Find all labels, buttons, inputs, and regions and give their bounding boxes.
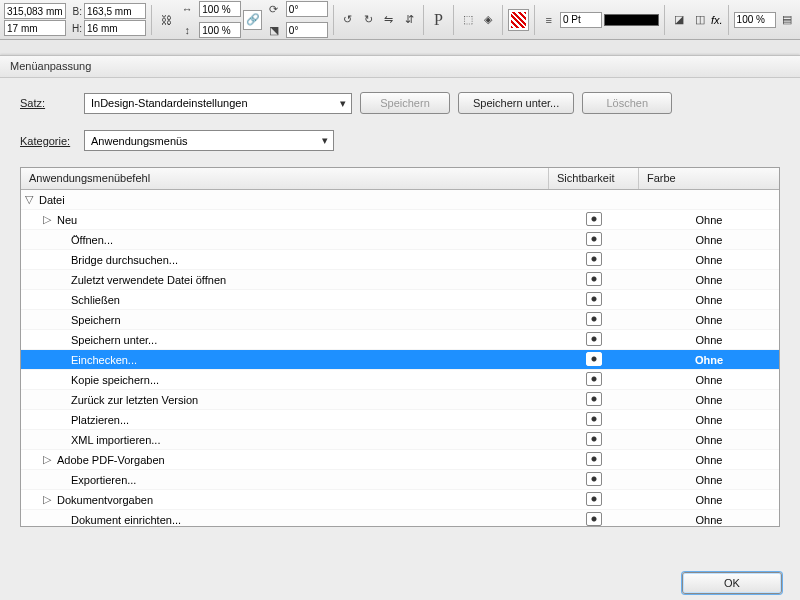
table-row[interactable]: SpeichernOhne: [21, 310, 779, 330]
set-combo-input[interactable]: [85, 94, 335, 113]
visibility-eye-icon[interactable]: [586, 512, 602, 526]
row-color[interactable]: Ohne: [696, 234, 723, 246]
table-row[interactable]: Öffnen...Ohne: [21, 230, 779, 250]
table-row[interactable]: SchließenOhne: [21, 290, 779, 310]
row-color[interactable]: Ohne: [696, 314, 723, 326]
table-row[interactable]: Bridge durchsuchen...Ohne: [21, 250, 779, 270]
visibility-eye-icon[interactable]: [586, 252, 602, 266]
visibility-eye-icon[interactable]: [586, 392, 602, 406]
visibility-eye-icon[interactable]: [586, 352, 602, 366]
row-label: Kopie speichern...: [71, 374, 159, 386]
table-row[interactable]: Exportieren...Ohne: [21, 470, 779, 490]
visibility-eye-icon[interactable]: [586, 232, 602, 246]
row-label: Platzieren...: [71, 414, 129, 426]
separator: [664, 5, 665, 35]
table-row[interactable]: Einchecken...Ohne: [21, 350, 779, 370]
disclosure-icon[interactable]: ▷: [43, 493, 53, 506]
table-row[interactable]: Speichern unter...Ohne: [21, 330, 779, 350]
row-color[interactable]: Ohne: [696, 414, 723, 426]
row-label: XML importieren...: [71, 434, 160, 446]
visibility-eye-icon[interactable]: [586, 372, 602, 386]
visibility-eye-icon[interactable]: [586, 412, 602, 426]
row-color[interactable]: Ohne: [696, 434, 723, 446]
constrain-icon[interactable]: ⛓: [157, 10, 175, 30]
fill-swatch[interactable]: [508, 9, 528, 31]
row-color[interactable]: Ohne: [696, 474, 723, 486]
flip-v-icon[interactable]: ⇵: [400, 10, 418, 30]
drop-shadow-icon[interactable]: ◫: [691, 10, 709, 30]
row-label: Zuletzt verwendete Datei öffnen: [71, 274, 226, 286]
stroke-weight-field[interactable]: [560, 12, 602, 28]
height-field[interactable]: [84, 20, 146, 36]
scale-x-field[interactable]: [199, 1, 241, 17]
category-combo[interactable]: ▾: [84, 130, 334, 151]
chevron-down-icon[interactable]: ▾: [335, 97, 351, 110]
disclosure-icon[interactable]: ▷: [43, 213, 53, 226]
effects-icon[interactable]: ◪: [670, 10, 688, 30]
visibility-eye-icon[interactable]: [586, 492, 602, 506]
stroke-style[interactable]: [604, 14, 659, 26]
table-row[interactable]: Dokument einrichten...Ohne: [21, 510, 779, 527]
width-field[interactable]: [84, 3, 146, 19]
fx-label[interactable]: fx.: [711, 14, 723, 26]
category-combo-input[interactable]: [85, 131, 317, 150]
dialog-footer: OK: [682, 572, 782, 594]
menu-icon[interactable]: ▤: [778, 10, 796, 30]
visibility-eye-icon[interactable]: [586, 472, 602, 486]
disclosure-icon[interactable]: ▷: [43, 453, 53, 466]
row-color[interactable]: Ohne: [696, 374, 723, 386]
table-row[interactable]: Zuletzt verwendete Datei öffnenOhne: [21, 270, 779, 290]
visibility-eye-icon[interactable]: [586, 292, 602, 306]
visibility-eye-icon[interactable]: [586, 332, 602, 346]
row-color[interactable]: Ohne: [696, 514, 723, 526]
table-row[interactable]: ▷Adobe PDF-VorgabenOhne: [21, 450, 779, 470]
row-label: Datei: [39, 194, 65, 206]
visibility-eye-icon[interactable]: [586, 452, 602, 466]
select-container-icon[interactable]: ⬚: [459, 10, 477, 30]
row-color[interactable]: Ohne: [696, 274, 723, 286]
visibility-eye-icon[interactable]: [586, 432, 602, 446]
visibility-eye-icon[interactable]: [586, 272, 602, 286]
rotate-field[interactable]: [286, 1, 328, 17]
table-row[interactable]: Zurück zur letzten VersionOhne: [21, 390, 779, 410]
row-color[interactable]: Ohne: [696, 454, 723, 466]
chevron-down-icon[interactable]: ▾: [317, 134, 333, 147]
control-panel: B: H: ⛓ ↔ ↕ 🔗 ⟳ ⬔ ↺ ↻ ⇋ ⇵ P ⬚ ◈ ≡ ◪ ◫ fx…: [0, 0, 800, 40]
set-combo[interactable]: ▾: [84, 93, 352, 114]
text-frame-icon[interactable]: P: [429, 10, 447, 30]
row-color[interactable]: Ohne: [696, 254, 723, 266]
row-color[interactable]: Ohne: [696, 294, 723, 306]
visibility-eye-icon[interactable]: [586, 312, 602, 326]
table-row[interactable]: ▷DokumentvorgabenOhne: [21, 490, 779, 510]
col-visibility[interactable]: Sichtbarkeit: [549, 168, 639, 189]
opacity-field[interactable]: [734, 12, 776, 28]
row-color[interactable]: Ohne: [695, 354, 723, 366]
rotate-cw-icon[interactable]: ↻: [359, 10, 377, 30]
flip-h-icon[interactable]: ⇋: [380, 10, 398, 30]
ok-button[interactable]: OK: [682, 572, 782, 594]
disclosure-icon[interactable]: ▽: [25, 193, 35, 206]
save-as-button[interactable]: Speichern unter...: [458, 92, 574, 114]
table-body[interactable]: ▽Datei▷NeuOhneÖffnen...OhneBridge durchs…: [21, 190, 779, 527]
row-color[interactable]: Ohne: [696, 394, 723, 406]
row-color[interactable]: Ohne: [696, 494, 723, 506]
table-row[interactable]: Kopie speichern...Ohne: [21, 370, 779, 390]
select-content-icon[interactable]: ◈: [479, 10, 497, 30]
shear-field[interactable]: [286, 22, 328, 38]
row-color[interactable]: Ohne: [696, 334, 723, 346]
y-field[interactable]: [4, 20, 66, 36]
col-command[interactable]: Anwendungsmenübefehl: [21, 168, 549, 189]
x-field[interactable]: [4, 3, 66, 19]
scale-y-field[interactable]: [199, 22, 241, 38]
menu-customization-dialog: Menüanpassung Satz: ▾ Speichern Speicher…: [0, 55, 800, 600]
link-scale-icon[interactable]: 🔗: [243, 10, 262, 30]
rotate-ccw-icon[interactable]: ↺: [339, 10, 357, 30]
dialog-title: Menüanpassung: [0, 56, 800, 78]
table-row[interactable]: Platzieren...Ohne: [21, 410, 779, 430]
row-color[interactable]: Ohne: [696, 214, 723, 226]
table-row[interactable]: ▽Datei: [21, 190, 779, 210]
col-color[interactable]: Farbe: [639, 168, 779, 189]
visibility-eye-icon[interactable]: [586, 212, 602, 226]
table-row[interactable]: XML importieren...Ohne: [21, 430, 779, 450]
table-row[interactable]: ▷NeuOhne: [21, 210, 779, 230]
